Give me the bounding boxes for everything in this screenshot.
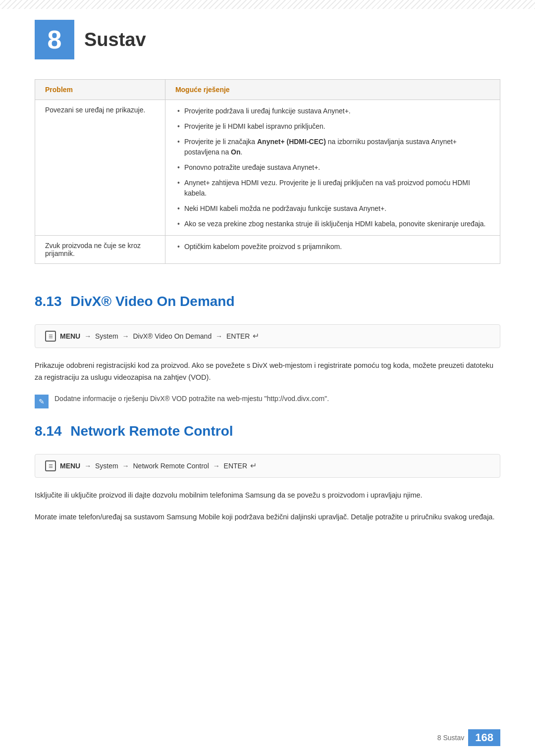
problem-cell-2: Zvuk proizvoda ne čuje se kroz prijamnik… bbox=[35, 236, 165, 264]
menu-enter-814: ENTER bbox=[224, 462, 247, 470]
section-814-title: 8.14 Network Remote Control bbox=[35, 423, 500, 439]
table-header-solution: Moguće rješenje bbox=[165, 80, 500, 100]
menu-enter: ENTER bbox=[226, 332, 250, 340]
menu-path-text-813: MENU → System → DivX® Video On Demand → … bbox=[60, 331, 263, 342]
menu-path-text-814: MENU → System → Network Remote Control →… bbox=[60, 460, 260, 471]
solution-list-2: Optičkim kabelom povežite proizvod s pri… bbox=[175, 242, 490, 252]
section-814-number: 8.14 bbox=[35, 423, 62, 439]
section-814-menu-path: MENU → System → Network Remote Control →… bbox=[35, 454, 500, 478]
solution-item: Provjerite je li HDMI kabel ispravno pri… bbox=[175, 121, 490, 132]
solution-item: Neki HDMI kabeli možda ne podržavaju fun… bbox=[175, 203, 490, 214]
section-814: 8.14 Network Remote Control MENU → Syste… bbox=[35, 423, 500, 523]
problem-solution-table: Problem Moguće rješenje Povezani se uređ… bbox=[35, 79, 500, 264]
menu-nrc: Network Remote Control bbox=[133, 462, 209, 470]
bold-anynet: Anynet+ (HDMI-CEC) bbox=[257, 138, 326, 146]
bold-on: On bbox=[231, 148, 240, 156]
enter-icon-814 bbox=[250, 460, 260, 468]
footer-chapter-label: 8 Sustav bbox=[437, 734, 464, 742]
solution-cell-2: Optičkim kabelom povežite proizvod s pri… bbox=[165, 236, 500, 264]
page-footer: 8 Sustav 168 bbox=[437, 729, 500, 746]
section-813-description: Prikazuje odobreni registracijski kod za… bbox=[35, 360, 500, 384]
menu-icon bbox=[45, 331, 56, 342]
section-814-description2: Morate imate telefon/uređaj sa sustavom … bbox=[35, 511, 500, 523]
solution-cell-1: Provjerite podržava li uređaj funkcije s… bbox=[165, 100, 500, 236]
solution-item: Optičkim kabelom povežite proizvod s pri… bbox=[175, 242, 490, 252]
section-813-menu-path: MENU → System → DivX® Video On Demand → … bbox=[35, 324, 500, 348]
menu-system: System bbox=[95, 332, 118, 340]
enter-icon bbox=[253, 331, 263, 339]
menu-icon-814 bbox=[45, 460, 56, 471]
section-813: 8.13 DivX® Video On Demand MENU → System… bbox=[35, 294, 500, 408]
section-814-title-text: Network Remote Control bbox=[70, 423, 233, 439]
solution-item: Anynet+ zahtijeva HDMI vezu. Provjerite … bbox=[175, 178, 490, 199]
solution-item: Ako se veza prekine zbog nestanka struje… bbox=[175, 219, 490, 229]
table-row: Povezani se uređaj ne prikazuje. Provjer… bbox=[35, 100, 500, 236]
menu-label-814: MENU bbox=[60, 462, 80, 470]
solution-item: Provjerite je li značajka Anynet+ (HDMI-… bbox=[175, 137, 490, 157]
problem-cell-1: Povezani se uređaj ne prikazuje. bbox=[35, 100, 165, 236]
solution-item: Provjerite podržava li uređaj funkcije s… bbox=[175, 106, 490, 116]
chapter-number: 8 bbox=[48, 27, 62, 52]
table-header-problem: Problem bbox=[35, 80, 165, 100]
section-813-number: 8.13 bbox=[35, 294, 62, 309]
footer-page-number: 168 bbox=[468, 729, 500, 746]
chapter-number-box: 8 bbox=[35, 20, 74, 59]
note-text-813: Dodatne informacije o rješenju DivX® VOD… bbox=[54, 394, 329, 404]
note-icon bbox=[35, 395, 49, 408]
section-813-title: 8.13 DivX® Video On Demand bbox=[35, 294, 500, 309]
solution-list-1: Provjerite podržava li uređaj funkcije s… bbox=[175, 106, 490, 229]
table-row: Zvuk proizvoda ne čuje se kroz prijamnik… bbox=[35, 236, 500, 264]
menu-divx: DivX® Video On Demand bbox=[133, 332, 212, 340]
menu-system-814: System bbox=[95, 462, 118, 470]
chapter-title: Sustav bbox=[84, 29, 146, 50]
section-814-description1: Isključite ili uključite proizvod ili da… bbox=[35, 490, 500, 502]
solution-item: Ponovno potražite uređaje sustava Anynet… bbox=[175, 162, 490, 173]
top-decorative-pattern bbox=[0, 0, 535, 9]
section-813-title-text: DivX® Video On Demand bbox=[70, 294, 234, 309]
menu-label: MENU bbox=[60, 332, 80, 340]
note-box-813: Dodatne informacije o rješenju DivX® VOD… bbox=[35, 394, 500, 408]
chapter-header: 8 Sustav bbox=[35, 20, 500, 59]
